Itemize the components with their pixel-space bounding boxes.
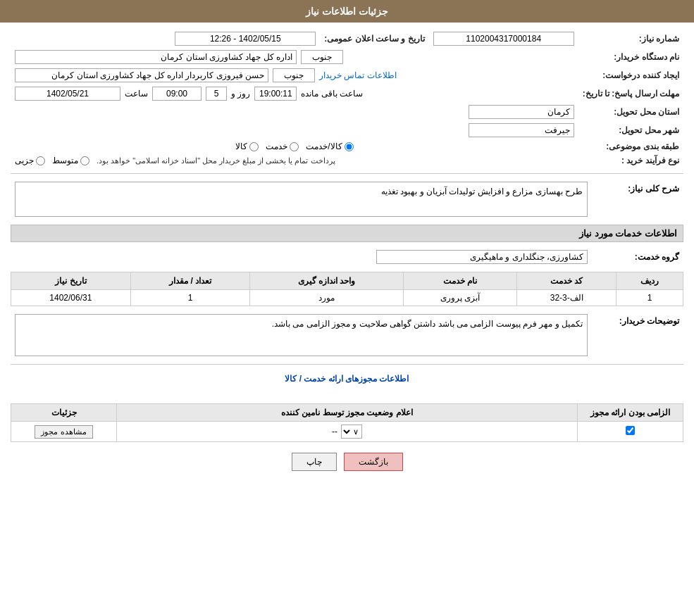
announcement-datetime-value: 1402/05/15 - 12:26 [175, 32, 316, 46]
days-value: 5 [206, 87, 227, 101]
service-group-value: کشاورزی، جنگلداری و ماهیگیری [376, 250, 588, 264]
general-desc-label: شرح کلی نیاز: [592, 180, 683, 219]
deadline-label: مهلت ارسال پاسخ: تا تاریخ: [578, 84, 683, 103]
requester-region: جنوب [273, 68, 315, 82]
service-code-val: الف-3-32 [517, 290, 616, 306]
col-supplier-status: اعلام وضعیت مجوز توسط نامین کننده [117, 404, 578, 422]
category-goods: کالا [235, 142, 259, 151]
buyer-org-value: اداره کل جهاد کشاورزی استان کرمان [15, 50, 297, 64]
col-date: تاریخ نیاز [11, 272, 131, 290]
buyer-notes-label: توضیحات خریدار: [592, 312, 683, 358]
view-license-button[interactable]: مشاهده مجوز [35, 425, 92, 439]
service-unit-val: مورد [250, 290, 403, 306]
col-row: ردیف [616, 272, 683, 290]
need-number-label: شماره نیاز: [578, 30, 683, 48]
need-number-value: 1102004317000184 [433, 32, 574, 46]
col-quantity: تعداد / مقدار [130, 272, 250, 290]
license-table: الزامی بودن ارائه مجوز اعلام وضعیت مجوز … [11, 403, 683, 442]
page-title: جزئیات اطلاعات نیاز [306, 6, 388, 17]
subject-category-label: طبقه بندی موضوعی: [578, 139, 683, 153]
license-section-link[interactable]: اطلاعات مجوزهای ارائه خدمت / کالا [11, 370, 683, 387]
services-table: ردیف کد خدمت نام خدمت واحد اندازه گیری ت… [11, 272, 683, 306]
deadline-date: 1402/05/21 [15, 87, 120, 101]
delivery-city-value: جیرفت [469, 123, 574, 137]
delivery-city-label: شهر محل تحویل: [578, 121, 683, 139]
supplier-status-value: -- [332, 427, 337, 436]
service-row-num: 1 [616, 290, 683, 306]
delivery-province-value: کرمان [469, 105, 574, 119]
delivery-province-label: استان محل تحویل: [578, 103, 683, 121]
purchase-medium: متوسط [52, 156, 89, 165]
contact-link[interactable]: اطلاعات تماس خریدار [319, 70, 397, 80]
remaining-label: ساعت باقی مانده [301, 89, 363, 99]
category-service: خدمت [266, 142, 299, 151]
divider-2 [11, 364, 683, 365]
back-button[interactable]: بازگشت [344, 453, 403, 471]
supplier-status-select[interactable]: ∨ [341, 425, 362, 439]
general-description-value: طرح بهسازی مزارع و افزایش تولیدات آبزیان… [15, 182, 588, 217]
col-name: نام خدمت [403, 272, 517, 290]
required-services-title: اطلاعات خدمات مورد نیاز [11, 225, 683, 242]
announcement-label: تاریخ و ساعت اعلان عمومی: [320, 30, 428, 48]
bottom-buttons: بازگشت چاپ [11, 442, 683, 482]
category-goods-service: کالا/خدمت [306, 142, 353, 151]
days-label: روز و [231, 89, 250, 99]
divider-1 [11, 173, 683, 174]
service-group-label: گروه خدمت: [592, 248, 683, 266]
requester-value: حسن فیروزی کاربردار اداره کل جهاد کشاورز… [15, 68, 268, 82]
page-header: جزئیات اطلاعات نیاز [0, 0, 694, 23]
purchase-type-note: پرداخت تمام یا بخشی از مبلغ خریدار محل "… [97, 156, 335, 165]
license-required-cell [578, 422, 683, 442]
license-required-checkbox[interactable] [626, 426, 635, 435]
deadline-time: 09:00 [152, 87, 202, 101]
col-code: کد خدمت [517, 272, 616, 290]
supplier-status-cell: ∨ -- [117, 422, 578, 442]
service-quantity-val: 1 [130, 290, 250, 306]
time-label: ساعت [125, 89, 148, 99]
category-goods-service-radio[interactable] [345, 142, 354, 151]
buyer-org-region: جنوب [301, 50, 343, 64]
print-button[interactable]: چاپ [292, 453, 337, 471]
buyer-notes-value: تکمیل و مهر فرم پیوست الزامی می باشد داش… [15, 314, 588, 356]
purchase-minor-radio[interactable] [36, 156, 45, 165]
service-name-val: آبزی پروری [403, 290, 517, 306]
col-unit: واحد اندازه گیری [250, 272, 403, 290]
remaining-time: 19:00:11 [254, 87, 297, 101]
service-date-val: 1402/06/31 [11, 290, 131, 306]
license-row: ∨ -- مشاهده مجوز [11, 422, 683, 442]
buyer-notes-text: تکمیل و مهر فرم پیوست الزامی می باشد داش… [272, 319, 583, 329]
purchase-medium-radio[interactable] [80, 156, 89, 165]
view-license-cell: مشاهده مجوز [11, 422, 117, 442]
purchase-minor: جزیی [15, 156, 45, 165]
col-details: جزئیات [11, 404, 117, 422]
category-service-radio[interactable] [290, 142, 299, 151]
table-row: 1 الف-3-32 آبزی پروری مورد 1 1402/06/31 [11, 290, 683, 306]
category-goods-radio[interactable] [249, 142, 259, 151]
buyer-org-label: نام دستگاه خریدار: [578, 48, 683, 66]
col-license-required: الزامی بودن ارائه مجوز [578, 404, 683, 422]
purchase-type-label: نوع فرآیند خرید : [578, 153, 683, 168]
requester-label: ایجاد کننده درخواست: [578, 66, 683, 84]
